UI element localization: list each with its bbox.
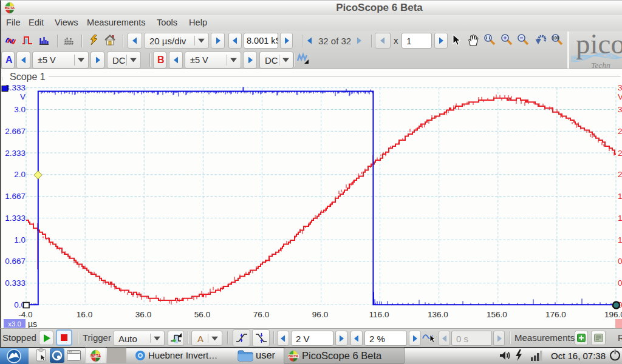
- svg-text:56.0: 56.0: [194, 310, 210, 319]
- svg-text:3.333: 3.333: [618, 83, 622, 92]
- svg-text:Techn: Techn: [591, 61, 610, 69]
- svg-text:µs: µs: [28, 319, 37, 329]
- svg-text:116.0: 116.0: [369, 310, 389, 319]
- svg-text:176.0: 176.0: [545, 310, 566, 319]
- svg-text:1.0: 1.0: [618, 235, 622, 244]
- svg-text:-4.0: -4.0: [18, 310, 32, 319]
- svg-text:1.0: 1.0: [14, 235, 26, 244]
- svg-text:BETA: BETA: [91, 354, 101, 358]
- svg-text:0.333: 0.333: [5, 278, 26, 288]
- svg-text:96.0: 96.0: [312, 310, 328, 319]
- svg-text:1.667: 1.667: [5, 192, 26, 201]
- svg-text:196.0: 196.0: [604, 310, 622, 319]
- svg-text:1.333: 1.333: [618, 214, 622, 223]
- svg-text:Scope 1: Scope 1: [10, 72, 46, 82]
- svg-text:136.0: 136.0: [428, 310, 448, 319]
- svg-text:3.0: 3.0: [618, 105, 622, 114]
- svg-text:1.667: 1.667: [618, 192, 622, 201]
- svg-text:0.667: 0.667: [618, 257, 622, 266]
- svg-text:V: V: [618, 92, 622, 101]
- svg-text:2.667: 2.667: [5, 127, 26, 136]
- svg-text:36.0: 36.0: [135, 310, 151, 319]
- svg-text:0.667: 0.667: [5, 257, 26, 266]
- svg-text:156.0: 156.0: [487, 310, 507, 319]
- svg-text:100: 100: [552, 36, 559, 40]
- svg-text:2.333: 2.333: [5, 149, 26, 158]
- svg-text:pico: pico: [576, 32, 622, 59]
- svg-text:BETA: BETA: [289, 354, 299, 358]
- svg-text:V: V: [20, 92, 26, 101]
- svg-text:2.667: 2.667: [618, 127, 622, 136]
- svg-text:x3.0: x3.0: [8, 320, 21, 328]
- svg-text:2.0: 2.0: [14, 170, 26, 179]
- svg-text:76.0: 76.0: [253, 310, 269, 319]
- svg-text:2.0: 2.0: [618, 170, 622, 179]
- svg-text:16.0: 16.0: [77, 310, 92, 319]
- svg-text:1.333: 1.333: [5, 214, 26, 223]
- svg-text:3.0: 3.0: [14, 105, 26, 114]
- svg-text:0.333: 0.333: [618, 278, 622, 288]
- svg-text:2.333: 2.333: [618, 149, 622, 158]
